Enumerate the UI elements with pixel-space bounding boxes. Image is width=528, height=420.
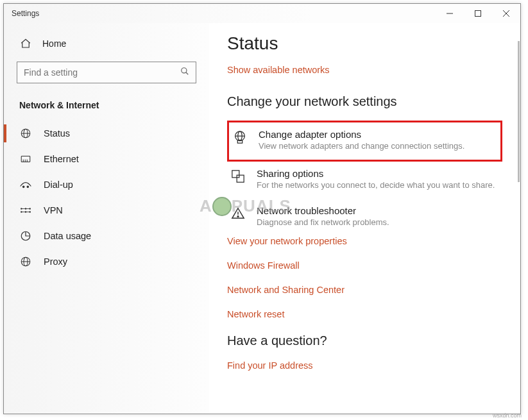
sharing-option[interactable]: Sharing options For the networks you con… bbox=[227, 162, 502, 199]
window-controls bbox=[436, 4, 520, 23]
footer-credit: wsxdn.com bbox=[493, 412, 522, 419]
sidebar-item-label: VPN bbox=[44, 205, 63, 215]
option-desc: View network adapters and change connect… bbox=[259, 141, 464, 151]
close-button[interactable] bbox=[492, 4, 520, 23]
sharing-icon bbox=[230, 168, 246, 190]
svg-point-13 bbox=[22, 186, 24, 188]
troubleshoot-icon bbox=[230, 205, 246, 227]
window-title: Settings bbox=[12, 9, 39, 18]
sidebar-item-dialup[interactable]: Dial-up bbox=[4, 172, 209, 197]
option-title: Change adapter options bbox=[259, 129, 464, 140]
network-reset-link[interactable]: Network reset bbox=[227, 309, 502, 319]
sidebar-item-label: Data usage bbox=[44, 231, 91, 241]
view-properties-link[interactable]: View your network properties bbox=[227, 236, 502, 246]
sharing-center-link[interactable]: Network and Sharing Center bbox=[227, 285, 502, 295]
sidebar-item-label: Status bbox=[44, 128, 70, 139]
page-title: Status bbox=[227, 33, 502, 54]
sidebar-item-vpn[interactable]: VPN bbox=[4, 197, 209, 223]
adapter-icon bbox=[232, 129, 248, 151]
search-input[interactable] bbox=[24, 67, 180, 78]
option-title: Sharing options bbox=[257, 168, 495, 179]
svg-point-4 bbox=[182, 68, 187, 73]
troubleshooter-option[interactable]: Network troubleshooter Diagnose and fix … bbox=[227, 199, 502, 236]
sidebar: Home Network & Internet Status Ether bbox=[4, 23, 209, 414]
home-nav[interactable]: Home bbox=[4, 31, 209, 56]
svg-point-14 bbox=[27, 186, 29, 188]
ethernet-icon bbox=[19, 153, 32, 165]
svg-rect-31 bbox=[232, 171, 239, 178]
window-body: Home Network & Internet Status Ether bbox=[4, 23, 520, 414]
search-icon bbox=[180, 67, 189, 78]
maximize-button[interactable] bbox=[464, 4, 492, 23]
svg-rect-9 bbox=[21, 156, 30, 162]
sidebar-item-label: Dial-up bbox=[44, 180, 73, 190]
svg-rect-32 bbox=[237, 175, 244, 182]
sidebar-item-ethernet[interactable]: Ethernet bbox=[4, 146, 209, 172]
windows-firewall-link[interactable]: Windows Firewall bbox=[227, 260, 502, 271]
proxy-icon bbox=[19, 255, 32, 268]
sidebar-item-datausage[interactable]: Data usage bbox=[4, 223, 209, 249]
sidebar-item-status[interactable]: Status bbox=[4, 121, 209, 146]
sidebar-item-label: Proxy bbox=[44, 256, 67, 267]
titlebar: Settings bbox=[4, 4, 520, 23]
sidebar-item-label: Ethernet bbox=[44, 154, 79, 164]
svg-point-34 bbox=[237, 216, 239, 217]
vpn-icon bbox=[19, 204, 32, 217]
question-header: Have a question? bbox=[227, 333, 502, 348]
main-pane: Status Show available networks Change yo… bbox=[209, 23, 520, 414]
option-desc: For the networks you connect to, decide … bbox=[257, 180, 495, 190]
data-usage-icon bbox=[19, 230, 32, 242]
svg-line-5 bbox=[186, 72, 189, 75]
dialup-icon bbox=[19, 178, 32, 191]
scrollbar[interactable] bbox=[515, 41, 520, 408]
minimize-button[interactable] bbox=[436, 4, 464, 23]
settings-window: Settings Home bbox=[3, 3, 521, 414]
option-desc: Diagnose and fix network problems. bbox=[257, 217, 389, 227]
category-header: Network & Internet bbox=[4, 95, 209, 121]
change-adapter-option[interactable]: Change adapter options View network adap… bbox=[227, 121, 502, 162]
home-label: Home bbox=[42, 38, 66, 49]
sidebar-item-proxy[interactable]: Proxy bbox=[4, 249, 209, 274]
home-icon bbox=[19, 37, 32, 50]
option-title: Network troubleshooter bbox=[257, 205, 389, 216]
svg-rect-1 bbox=[475, 11, 481, 17]
search-box[interactable] bbox=[17, 62, 196, 83]
find-ip-link[interactable]: Find your IP address bbox=[227, 360, 313, 371]
globe-icon bbox=[19, 127, 32, 140]
show-available-networks-link[interactable]: Show available networks bbox=[227, 65, 330, 75]
link-list: View your network properties Windows Fir… bbox=[227, 236, 502, 319]
scrollbar-thumb[interactable] bbox=[518, 41, 520, 182]
change-settings-header: Change your network settings bbox=[227, 94, 502, 109]
